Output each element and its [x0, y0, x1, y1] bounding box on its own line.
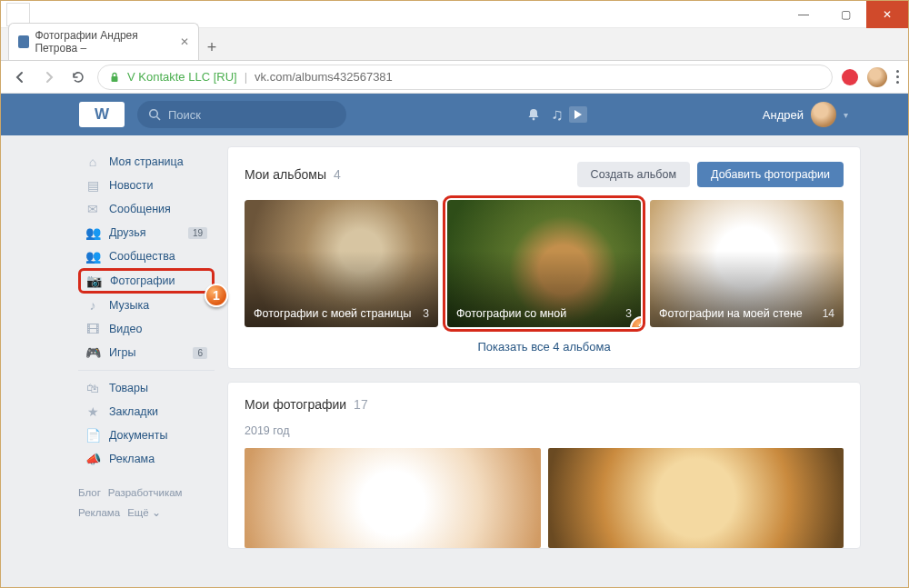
- camera-icon: 📷: [86, 274, 101, 288]
- footer-link-ads[interactable]: Реклама: [78, 507, 120, 518]
- sidebar-item-label: Видео: [109, 323, 143, 335]
- browser-window: — ▢ ✕ Фотографии Андрея Петрова – ✕ + V …: [0, 0, 909, 588]
- megaphone-icon: 📣: [85, 452, 100, 466]
- profile-avatar-button[interactable]: [867, 67, 887, 87]
- create-album-button[interactable]: Создать альбом: [577, 162, 690, 187]
- sidebar-item-friends[interactable]: 👥Друзья19: [78, 221, 215, 244]
- bag-icon: 🛍: [85, 381, 100, 395]
- sidebar: ⌂Моя страница ▤Новости ✉Сообщения 👥Друзь…: [78, 146, 215, 523]
- sidebar-item-label: Товары: [109, 382, 148, 394]
- music-icon[interactable]: ♫: [545, 103, 569, 126]
- page-viewport: W Поиск ♫ Андрей ▾ ⌂Моя страница ▤Новос: [1, 94, 908, 587]
- footer-link-blog[interactable]: Блог: [78, 487, 101, 498]
- search-icon: [148, 108, 161, 121]
- news-icon: ▤: [85, 178, 100, 193]
- album-item[interactable]: Фотографии с моей страницы 3: [245, 200, 438, 327]
- photos-row: [245, 448, 844, 548]
- annotation-marker-1: 1: [205, 284, 228, 307]
- url-text: vk.com/albums432567381: [255, 70, 393, 84]
- tab-close-icon[interactable]: ✕: [180, 35, 189, 48]
- svg-point-1: [150, 110, 158, 118]
- browser-toolbar: V Kontakte LLC [RU] | vk.com/albums43256…: [1, 61, 908, 94]
- sidebar-item-label: Новости: [109, 179, 153, 192]
- album-label: Фотографии с моей страницы: [254, 307, 412, 320]
- browser-menu-button[interactable]: [896, 70, 899, 84]
- album-item[interactable]: Фотографии со мной 3 2: [447, 200, 641, 327]
- sidebar-item-label: Фотографии: [110, 274, 175, 287]
- window-maximize-button[interactable]: ▢: [824, 1, 866, 28]
- window-close-button[interactable]: ✕: [866, 1, 908, 28]
- sidebar-item-messages[interactable]: ✉Сообщения: [78, 197, 215, 221]
- sidebar-item-video[interactable]: 🎞Видео: [78, 317, 215, 341]
- badge-count: 19: [188, 227, 207, 239]
- username-label: Андрей: [763, 108, 804, 122]
- chevron-down-icon: ▾: [844, 110, 848, 120]
- svg-point-3: [533, 118, 535, 121]
- tab-title: Фотографии Андрея Петрова –: [35, 29, 175, 55]
- sidebar-item-bookmarks[interactable]: ★Закладки: [78, 400, 215, 424]
- albums-row: Фотографии с моей страницы 3 Фотографии …: [245, 200, 844, 327]
- albums-title-text: Мои альбомы: [245, 167, 326, 182]
- album-label: Фотографии на моей стене: [659, 307, 803, 320]
- sidebar-item-music[interactable]: ♪Музыка: [78, 294, 215, 317]
- photo-thumbnail[interactable]: [548, 448, 844, 548]
- back-button[interactable]: [10, 67, 30, 87]
- video-play-icon[interactable]: [569, 106, 587, 123]
- messages-icon: ✉: [85, 202, 100, 216]
- sidebar-item-label: Закладки: [109, 405, 158, 418]
- albums-header: Мои альбомы 4 Создать альбом Добавить фо…: [245, 162, 844, 187]
- window-minimize-button[interactable]: —: [783, 1, 824, 28]
- lock-icon: [109, 72, 120, 83]
- notifications-icon[interactable]: [522, 103, 545, 126]
- vk-logo[interactable]: W: [79, 102, 125, 127]
- browser-tab[interactable]: Фотографии Андрея Петрова – ✕: [8, 23, 199, 60]
- albums-count: 4: [334, 167, 341, 182]
- photo-thumbnail[interactable]: [245, 448, 541, 548]
- user-menu[interactable]: Андрей ▾: [763, 102, 848, 127]
- sidebar-divider: [78, 370, 215, 371]
- photos-title: Мои фотографии 17: [245, 397, 844, 412]
- footer-link-more[interactable]: Ещё ⌄: [127, 507, 161, 518]
- reload-button[interactable]: [68, 67, 88, 87]
- user-avatar-icon: [811, 102, 836, 127]
- video-icon: 🎞: [85, 322, 100, 336]
- photos-title-text: Мои фотографии: [245, 397, 346, 412]
- document-icon: 📄: [85, 428, 100, 443]
- new-tab-button[interactable]: +: [199, 35, 225, 60]
- sidebar-item-photos[interactable]: 📷Фотографии 1: [78, 268, 215, 294]
- badge-count: 6: [193, 347, 207, 359]
- sidebar-item-market[interactable]: 🛍Товары: [78, 376, 215, 400]
- album-label: Фотографии со мной: [456, 307, 566, 320]
- sidebar-item-groups[interactable]: 👥Сообщества: [78, 244, 215, 268]
- photos-card: Мои фотографии 17 2019 год: [227, 382, 861, 549]
- secure-org-label: V Kontakte LLC [RU]: [127, 70, 237, 84]
- extension-icon[interactable]: [842, 69, 858, 85]
- sidebar-item-label: Сообщения: [109, 203, 171, 215]
- album-item[interactable]: Фотографии на моей стене 14: [650, 200, 844, 327]
- page-body: ⌂Моя страница ▤Новости ✉Сообщения 👥Друзь…: [1, 135, 908, 549]
- vk-favicon-icon: [18, 35, 29, 48]
- svg-rect-0: [112, 76, 118, 82]
- address-bar[interactable]: V Kontakte LLC [RU] | vk.com/albums43256…: [97, 65, 833, 90]
- sidebar-item-label: Игры: [109, 346, 135, 359]
- forward-button[interactable]: [39, 67, 59, 87]
- sidebar-footer: БлогРазработчикам РекламаЕщё ⌄: [78, 483, 215, 523]
- search-placeholder: Поиск: [168, 108, 201, 122]
- add-photos-button[interactable]: Добавить фотографии: [697, 162, 844, 187]
- search-input[interactable]: Поиск: [137, 101, 346, 128]
- footer-link-dev[interactable]: Разработчикам: [108, 487, 183, 498]
- content-column: Мои альбомы 4 Создать альбом Добавить фо…: [227, 146, 861, 549]
- sidebar-item-ads[interactable]: 📣Реклама: [78, 447, 215, 471]
- sidebar-item-news[interactable]: ▤Новости: [78, 174, 215, 197]
- albums-title: Мои альбомы 4: [245, 167, 341, 182]
- sidebar-item-profile[interactable]: ⌂Моя страница: [78, 150, 215, 174]
- show-all-albums-link[interactable]: Показать все 4 альбома: [245, 340, 844, 354]
- sidebar-item-label: Моя страница: [109, 155, 184, 168]
- photos-count: 17: [354, 397, 368, 412]
- svg-line-2: [157, 117, 161, 121]
- sidebar-item-games[interactable]: 🎮Игры6: [78, 341, 215, 364]
- groups-icon: 👥: [85, 249, 100, 264]
- sidebar-item-label: Музыка: [109, 299, 149, 312]
- sidebar-item-label: Реклама: [109, 453, 155, 465]
- sidebar-item-docs[interactable]: 📄Документы: [78, 424, 215, 447]
